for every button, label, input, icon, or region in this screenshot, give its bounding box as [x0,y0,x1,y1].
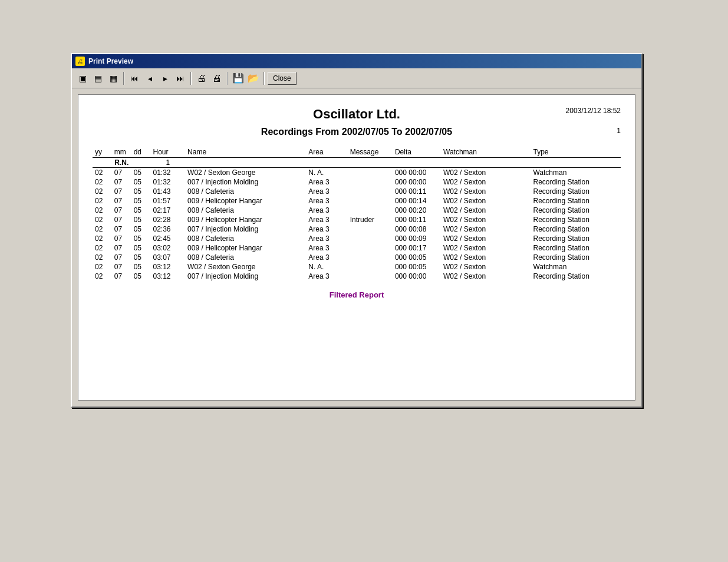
cell-dd: 05 [131,243,151,253]
cell-yy: 02 [93,196,112,206]
cell-mm: 07 [112,272,131,281]
page-number: 1 [538,127,621,135]
page-view-2-button[interactable]: ▤ [91,71,105,85]
table-row: 02 07 05 01:32 W02 / Sexton George N. A.… [93,168,621,178]
cell-message [348,206,393,215]
cell-dd: 05 [131,187,151,196]
cell-message: Intruder [348,215,393,224]
page-view-3-button[interactable]: ▦ [106,71,120,85]
cell-type: Recording Station [531,215,621,224]
cell-area: N. A. [306,168,347,178]
cell-delta: 000 00:00 [393,272,441,281]
cell-hour: 01:43 [150,187,185,196]
open-button[interactable]: 📂 [246,71,261,85]
save-button[interactable]: 💾 [231,71,245,85]
cell-dd: 05 [131,215,151,224]
cell-name: 007 / Injection Molding [185,224,306,234]
cell-message [348,196,393,206]
cell-area: Area 3 [306,224,347,234]
cell-type: Recording Station [531,206,621,215]
cell-mm: 07 [112,187,131,196]
cell-watchman: W02 / Sexton [441,215,531,224]
cell-name: 009 / Helicopter Hangar [185,196,306,206]
cell-hour: 03:12 [150,272,185,281]
cell-yy: 02 [93,243,112,253]
cell-area: Area 3 [306,187,347,196]
cell-name: 008 / Cafeteria [185,253,306,262]
cell-message [348,243,393,253]
cell-name: W02 / Sexton George [185,262,306,272]
cell-hour: 02:45 [150,234,185,243]
cell-yy: 02 [93,234,112,243]
nav-last-button[interactable]: ⏭ [173,71,187,85]
cell-yy: 02 [93,187,112,196]
table-row: 02 07 05 01:43 008 / Cafeteria Area 3 00… [93,187,621,196]
company-name: Oscillator Ltd. [175,107,538,122]
cell-delta: 000 00:17 [393,243,441,253]
page-view-1-button[interactable]: ▣ [75,71,90,85]
nav-first-button[interactable]: ⏮ [127,71,141,85]
nav-next-button[interactable]: ▸ [158,71,172,85]
col-header-area: Area [306,147,347,158]
cell-name: W02 / Sexton George [185,168,306,178]
report-datetime: 2003/12/12 18:52 [538,107,621,115]
cell-area: Area 3 [306,215,347,224]
cell-hour: 01:57 [150,196,185,206]
cell-mm: 07 [112,206,131,215]
table-row: 02 07 05 03:12 W02 / Sexton George N. A.… [93,262,621,272]
cell-type: Recording Station [531,196,621,206]
cell-mm: 07 [112,234,131,243]
cell-watchman: W02 / Sexton [441,262,531,272]
cell-delta: 000 00:11 [393,215,441,224]
cell-message [348,234,393,243]
table-row: 02 07 05 02:17 008 / Cafeteria Area 3 00… [93,206,621,215]
print-preview-window: 🖨 Print Preview ▣ ▤ ▦ ⏮ ◂ ▸ ⏭ 🖨 🖨 💾 📂 Cl… [71,53,643,408]
rn-label: R.N. [93,158,150,168]
cell-dd: 05 [131,234,151,243]
cell-yy: 02 [93,224,112,234]
cell-yy: 02 [93,253,112,262]
cell-message [348,262,393,272]
cell-watchman: W02 / Sexton [441,272,531,281]
window-title: Print Preview [88,57,133,65]
cell-message [348,168,393,178]
report-content: Oscillator Ltd. Recordings From 2002/07/… [78,94,635,401]
cell-name: 009 / Helicopter Hangar [185,215,306,224]
cell-dd: 05 [131,196,151,206]
table-row: 02 07 05 02:36 007 / Injection Molding A… [93,224,621,234]
separator-1 [123,72,124,85]
cell-name: 008 / Cafeteria [185,187,306,196]
cell-mm: 07 [112,253,131,262]
col-header-type: Type [531,147,621,158]
cell-watchman: W02 / Sexton [441,196,531,206]
cell-type: Watchman [531,168,621,178]
col-header-mm: mm [112,147,131,158]
cell-type: Recording Station [531,224,621,234]
cell-dd: 05 [131,206,151,215]
cell-watchman: W02 / Sexton [441,206,531,215]
table-area: yy mm dd Hour Name Area Message Delta Wa… [93,147,621,299]
cell-yy: 02 [93,215,112,224]
report-titles: Oscillator Ltd. Recordings From 2002/07/… [175,107,538,137]
table-row: 02 07 05 01:32 007 / Injection Molding A… [93,177,621,187]
cell-yy: 02 [93,206,112,215]
nav-prev-button[interactable]: ◂ [143,71,157,85]
print-setup-button[interactable]: 🖨 [210,71,224,85]
rn-row: R.N. 1 [93,158,621,168]
cell-mm: 07 [112,215,131,224]
cell-dd: 05 [131,224,151,234]
cell-area: Area 3 [306,243,347,253]
cell-mm: 07 [112,196,131,206]
cell-type: Recording Station [531,253,621,262]
cell-area: Area 3 [306,196,347,206]
title-bar: 🖨 Print Preview [72,54,641,68]
cell-hour: 03:07 [150,253,185,262]
cell-name: 009 / Helicopter Hangar [185,243,306,253]
print-button[interactable]: 🖨 [195,71,209,85]
close-button[interactable]: Close [268,72,297,85]
cell-watchman: W02 / Sexton [441,177,531,187]
report-table: yy mm dd Hour Name Area Message Delta Wa… [93,147,621,281]
cell-hour: 03:02 [150,243,185,253]
rn-value: 1 [150,158,185,168]
cell-type: Recording Station [531,177,621,187]
